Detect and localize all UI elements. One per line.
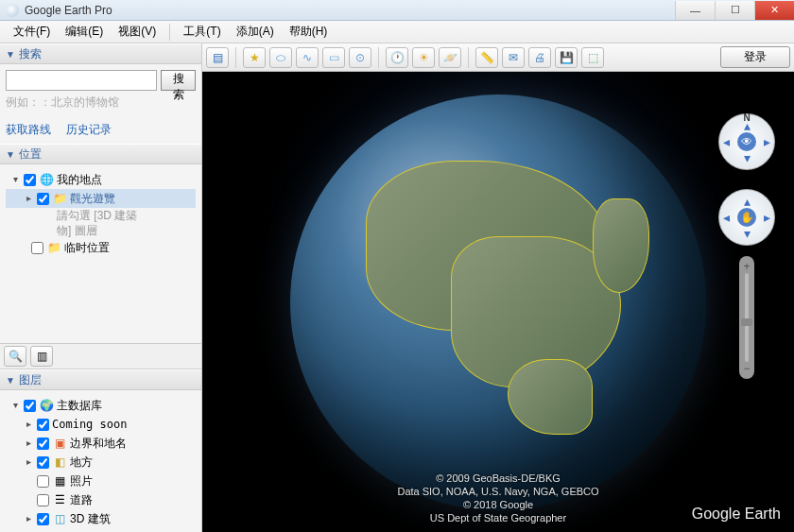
layer-row[interactable]: ☰ 道路 <box>6 490 196 509</box>
search-input[interactable] <box>6 70 157 91</box>
planet-button[interactable]: 🪐 <box>439 47 461 68</box>
checkbox[interactable] <box>37 456 49 469</box>
checkbox[interactable] <box>31 242 43 254</box>
menu-file[interactable]: 文件(F) <box>6 22 58 42</box>
checkbox[interactable] <box>37 475 49 488</box>
zoom-out-button[interactable]: − <box>740 362 753 375</box>
look-control[interactable]: ▴ ▾ ◂ ▸ 👁 <box>718 113 775 170</box>
menu-help[interactable]: 帮助(H) <box>282 22 336 42</box>
layers-panel-title: 图层 <box>19 372 42 388</box>
minimize-button[interactable]: — <box>675 1 715 20</box>
folder-icon: 📁 <box>52 192 67 205</box>
expand-icon[interactable]: ▾ <box>9 171 21 188</box>
attrib-line: US Dept of State Geographer <box>397 511 598 524</box>
layer-label: 地方 <box>70 454 93 471</box>
layer-row[interactable]: ▸ ◧ 地方 <box>6 453 196 472</box>
zoom-thumb[interactable] <box>741 318 752 326</box>
collapse-icon: ▼ <box>6 49 15 60</box>
checkbox[interactable] <box>37 438 49 450</box>
layer-label: 边界和地名 <box>70 435 127 452</box>
search-panel-title: 搜索 <box>19 46 42 62</box>
expand-icon[interactable]: ▸ <box>23 435 34 452</box>
pan-down[interactable]: ▾ <box>744 226 751 241</box>
my-places-label: 我的地点 <box>57 171 102 188</box>
buildings-icon: ◫ <box>52 512 67 525</box>
history-button[interactable]: 🕐 <box>386 47 408 68</box>
checkbox[interactable] <box>24 174 36 186</box>
zoom-in-button[interactable]: + <box>740 260 753 273</box>
pan-control[interactable]: ▴ ▾ ◂ ▸ ✋ <box>718 189 775 246</box>
checkbox[interactable] <box>37 513 49 525</box>
layer-label: 主数据库 <box>57 397 102 414</box>
checkbox[interactable] <box>37 419 49 431</box>
menu-tools[interactable]: 工具(T) <box>176 22 228 42</box>
attrib-line: © 2018 Google <box>397 498 598 511</box>
ruler-button[interactable]: 📏 <box>475 47 498 68</box>
search-places-button[interactable]: 🔍 <box>4 346 26 367</box>
layer-row[interactable]: ▾ 🌍 主数据库 <box>6 396 196 415</box>
history-link[interactable]: 历史记录 <box>66 122 112 138</box>
layer-row[interactable]: ▸ Coming soon <box>6 415 196 434</box>
temp-places-row[interactable]: 📁 临时位置 <box>6 238 196 257</box>
view-in-maps-button[interactable]: ⬚ <box>581 47 604 68</box>
close-button[interactable]: ✕ <box>754 1 794 20</box>
expand-icon[interactable]: ▸ <box>23 454 34 471</box>
titlebar: Google Earth Pro — ☐ ✕ <box>0 0 794 21</box>
window-controls: — ☐ ✕ <box>675 1 794 20</box>
pan-left[interactable]: ◂ <box>723 210 730 225</box>
menu-add[interactable]: 添加(A) <box>229 22 282 42</box>
search-button[interactable]: 搜索 <box>161 70 196 91</box>
sidebar-toggle-button[interactable]: ▤ <box>206 47 229 68</box>
zoom-track[interactable] <box>745 273 749 362</box>
polygon-button[interactable]: ⬭ <box>269 47 292 68</box>
save-image-button[interactable]: 💾 <box>555 47 578 68</box>
pan-right[interactable]: ▸ <box>764 210 770 225</box>
layer-row[interactable]: ▦ 照片 <box>6 472 196 490</box>
places-view-button[interactable]: ▥ <box>30 346 53 367</box>
map-area: ▤ ★ ⬭ ∿ ▭ ⊙ 🕐 ☀ 🪐 📏 ✉ 🖨 💾 ⬚ 登录 <box>202 43 794 532</box>
checkbox[interactable] <box>37 193 49 205</box>
sightseeing-row[interactable]: ▸ 📁 觀光遊覽 <box>6 189 196 208</box>
get-route-link[interactable]: 获取路线 <box>6 122 51 138</box>
expand-icon[interactable]: ▸ <box>23 190 34 207</box>
login-button[interactable]: 登录 <box>720 46 790 68</box>
layers-panel-header[interactable]: ▼ 图层 <box>0 369 201 390</box>
expand-icon[interactable]: ▾ <box>9 397 21 414</box>
print-button[interactable]: 🖨 <box>528 47 551 68</box>
expand-icon[interactable]: ▸ <box>23 510 34 527</box>
record-tour-button[interactable]: ⊙ <box>349 47 371 68</box>
sunlight-button[interactable]: ☀ <box>412 47 435 68</box>
separator <box>235 47 236 68</box>
look-down[interactable]: ▾ <box>744 150 751 165</box>
my-places-row[interactable]: ▾ 🌐 我的地点 <box>6 170 196 189</box>
eye-icon[interactable]: 👁 <box>737 132 756 151</box>
layer-row[interactable]: ▸ ◫ 3D 建筑 <box>6 509 196 528</box>
expand-icon[interactable]: ▸ <box>23 416 34 433</box>
checkbox[interactable] <box>37 494 49 506</box>
email-button[interactable]: ✉ <box>502 47 525 68</box>
search-links: 获取路线 历史记录 <box>0 122 201 144</box>
places-panel-header[interactable]: ▼ 位置 <box>0 144 201 164</box>
search-panel-header[interactable]: ▼ 搜索 <box>0 43 201 64</box>
pan-up[interactable]: ▴ <box>744 194 751 209</box>
globe-viewport[interactable]: © 2009 GeoBasis-DE/BKG Data SIO, NOAA, U… <box>202 72 794 532</box>
look-left[interactable]: ◂ <box>723 134 730 149</box>
layer-row[interactable]: ▸ ▣ 边界和地名 <box>6 434 196 453</box>
globe[interactable] <box>290 94 706 510</box>
sightseeing-label: 觀光遊覽 <box>70 190 115 207</box>
image-overlay-button[interactable]: ▭ <box>322 47 345 68</box>
checkbox[interactable] <box>24 400 36 412</box>
places-panel-title: 位置 <box>19 146 42 163</box>
layer-row[interactable]: ▸ ◉ Ocean <box>6 528 196 532</box>
look-right[interactable]: ▸ <box>764 134 770 149</box>
maximize-button[interactable]: ☐ <box>715 1 754 20</box>
places-icon: ◧ <box>52 455 67 469</box>
path-button[interactable]: ∿ <box>296 47 319 68</box>
hand-icon[interactable]: ✋ <box>737 208 756 227</box>
menu-view[interactable]: 视图(V) <box>111 22 164 42</box>
menu-edit[interactable]: 编辑(E) <box>58 22 111 42</box>
look-up[interactable]: ▴ <box>744 118 751 133</box>
placemark-button[interactable]: ★ <box>243 47 266 68</box>
menubar: 文件(F) 编辑(E) 视图(V) 工具(T) 添加(A) 帮助(H) <box>0 21 794 43</box>
zoom-slider[interactable]: + − <box>739 256 754 379</box>
